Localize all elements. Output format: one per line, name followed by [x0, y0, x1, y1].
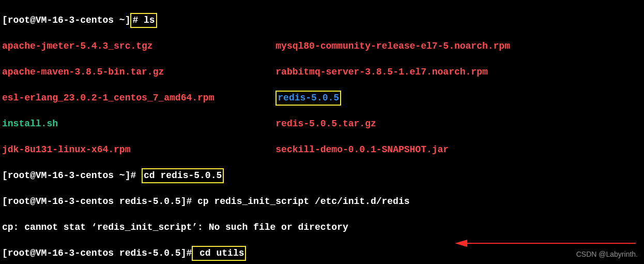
file: apache-jmeter-5.4.3_src.tgz: [2, 41, 153, 51]
file: rabbitmq-server-3.8.5-1.el7.noarch.rpm: [275, 67, 487, 77]
file: jdk-8u131-linux-x64.rpm: [2, 144, 130, 155]
file: mysql80-community-release-el7-5.noarch.r…: [275, 41, 510, 51]
hl-cd-utils: cd utils: [192, 246, 246, 261]
prompt: [root@VM-16-3-centos redis-5.0.5]#: [2, 248, 192, 258]
file: redis-5.0.5.tar.gz: [275, 119, 376, 129]
output: cp: cannot stat ‘redis_init_script’: No …: [2, 221, 642, 234]
file: seckill-demo-0.0.1-SNAPSHOT.jar: [275, 144, 449, 155]
prompt: [root@VM-16-3-centos ~]#: [2, 170, 142, 181]
file: esl-erlang_23.0.2-1_centos_7_amd64.rpm: [2, 93, 214, 103]
terminal[interactable]: [root@VM-16-3-centos ~]# ls apache-jmete…: [0, 0, 644, 264]
file: apache-maven-3.8.5-bin.tar.gz: [2, 67, 164, 77]
prompt: [root@VM-16-3-centos ~]: [2, 15, 130, 25]
output: [root@VM-16-3-centos redis-5.0.5]# cp re…: [2, 195, 642, 208]
hl-redis-dir: redis-5.0.5: [275, 91, 341, 106]
hl-ls: # ls: [130, 13, 157, 28]
hl-cd-redis: cd redis-5.0.5: [142, 168, 224, 183]
file: install.sh: [2, 119, 58, 129]
watermark: CSDN @Labyrinth.: [576, 248, 638, 261]
